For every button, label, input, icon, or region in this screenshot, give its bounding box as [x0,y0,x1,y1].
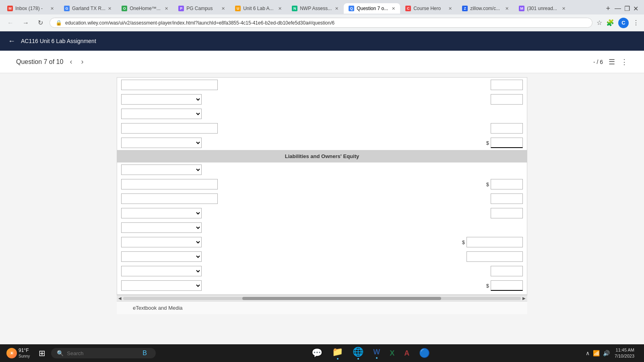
extensions-icon[interactable]: 🧩 [606,19,614,27]
amount-input[interactable] [491,266,523,276]
tab-tab4[interactable]: P PG Campus ✕ [173,3,230,14]
taskbar-search-input[interactable] [67,350,139,356]
amount-input[interactable] [491,80,523,90]
chevron-up-icon[interactable]: ∧ [586,350,590,356]
right-section: $ [486,138,523,148]
browser-frame: M Inbox (178) - ✕ G Garland TX R... ✕ O … [0,0,644,362]
tab-tab7[interactable]: Q Question 7 o... ✕ [344,3,400,14]
next-question-button[interactable]: › [78,57,86,67]
app-back-button[interactable]: ← [8,37,15,45]
dropdown-select[interactable] [121,138,202,148]
tab-close-button[interactable]: ✕ [392,6,395,11]
back-button[interactable]: ← [5,19,16,27]
more-options-icon[interactable]: ⋮ [621,58,628,66]
tab-label: Question 7 o... [357,6,388,11]
dollar-input[interactable] [466,237,523,247]
scroll-right-arrow[interactable]: ▶ [522,296,526,300]
text-input[interactable] [121,123,218,134]
browser-menu-icon[interactable]: ⋮ [633,19,639,27]
text-input[interactable] [121,179,218,189]
taskbar-app-word[interactable]: W [370,347,383,360]
scroll-thumb[interactable] [242,297,441,300]
tab-close-button[interactable]: ✕ [562,6,566,11]
word-icon: W [373,348,380,356]
amount-input[interactable] [491,193,523,204]
tab-tab1[interactable]: M Inbox (178) - ✕ [2,3,59,14]
right-section [466,251,523,262]
right-section: $ [486,179,523,189]
dropdown-select[interactable] [121,237,202,247]
scroll-track[interactable] [123,297,521,300]
tab-favicon: P [178,6,184,11]
system-clock[interactable]: 11:45 AM 7/10/2023 [615,347,634,360]
right-section [491,193,523,204]
tab-close-button[interactable]: ✕ [221,6,225,11]
tab-tab2[interactable]: G Garland TX R... ✕ [59,3,116,14]
dropdown-select[interactable] [121,109,202,119]
dropdown-select[interactable] [121,251,202,262]
dropdown-select[interactable] [121,266,202,276]
taskbar-app-teams[interactable]: 💬 [308,347,326,359]
text-input[interactable] [121,80,218,90]
tab-favicon: Q [349,6,354,11]
right-section [491,94,523,105]
tab-tab3[interactable]: O OneHome™... ✕ [117,3,173,14]
weather-icon: ☀ [6,348,17,358]
tab-label: zillow.com/c... [470,6,500,11]
tab-close-button[interactable]: ✕ [165,6,168,11]
weather-badge[interactable]: ☀ 91°F Sunny [3,348,33,359]
taskbar-search-box[interactable]: 🔍 B [51,348,156,358]
close-window-button[interactable]: ✕ [633,5,638,12]
dollar-input[interactable] [491,179,523,189]
volume-icon[interactable]: 🔊 [603,350,610,356]
teams-icon: 💬 [312,348,322,358]
text-input[interactable] [121,193,218,204]
network-icon[interactable]: 📶 [593,350,600,356]
amount-input[interactable] [466,251,523,262]
etextbook-label[interactable]: eTextbook and Media [133,305,183,311]
dropdown-select[interactable] [121,94,202,105]
tab-close-button[interactable]: ✕ [448,6,452,11]
start-button[interactable]: ⊞ [35,347,49,360]
maximize-button[interactable]: ❐ [624,5,630,12]
taskbar-search-icon: 🔍 [57,350,64,356]
form-row [117,191,527,206]
dollar-input[interactable] [491,138,523,148]
tab-close-button[interactable]: ✕ [505,6,509,11]
dropdown-select[interactable] [121,222,202,233]
tab-tab10[interactable]: M (301 unread... ✕ [514,3,570,14]
amount-input[interactable] [491,94,523,105]
tab-close-button[interactable]: ✕ [278,6,282,11]
list-icon[interactable]: ☰ [609,58,615,66]
amount-input[interactable] [491,123,523,134]
tab-tab8[interactable]: C Course Hero ✕ [400,3,457,14]
horizontal-scrollbar[interactable]: ◀ ▶ [117,295,527,301]
scroll-left-arrow[interactable]: ◀ [118,296,122,300]
url-bar[interactable]: 🔒 education.wiley.com/was/ui/v2/assessme… [50,18,592,28]
tab-close-button[interactable]: ✕ [50,6,54,11]
prev-question-button[interactable]: ‹ [67,57,74,67]
tab-close-button[interactable]: ✕ [335,6,339,11]
tab-tab9[interactable]: Z zillow.com/c... ✕ [457,3,514,14]
reload-button[interactable]: ↻ [35,18,45,27]
form-row [117,264,527,278]
tab-close-button[interactable]: ✕ [108,6,111,11]
taskbar-app-chrome[interactable]: 🌐 [349,346,367,360]
taskbar-app-access[interactable]: A [401,348,413,358]
profile-icon[interactable]: C [618,18,629,28]
forward-button[interactable]: → [20,19,31,27]
dropdown-select[interactable] [121,208,202,218]
taskbar-app-edge[interactable]: 🔵 [416,347,433,359]
taskbar-app-explorer[interactable]: 📁 [329,346,346,360]
minimize-button[interactable]: — [615,5,621,12]
dollar-input[interactable] [491,280,523,291]
new-tab-button[interactable]: + [602,3,614,14]
tab-tab5[interactable]: U Unit 6 Lab A... ✕ [230,3,287,14]
weather-info: 91°F Sunny [19,348,30,359]
dropdown-select[interactable] [121,165,202,175]
taskbar-app-excel[interactable]: X [386,348,398,358]
amount-input[interactable] [491,208,523,218]
bookmark-icon[interactable]: ☆ [597,19,602,27]
dropdown-select[interactable] [121,280,202,291]
tab-tab6[interactable]: N NWP Assess... ✕ [287,3,343,14]
